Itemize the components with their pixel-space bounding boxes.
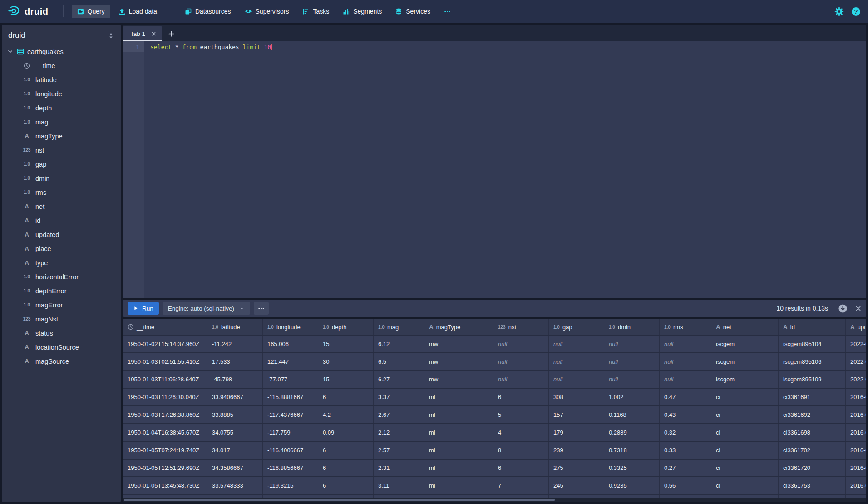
table-cell[interactable]: 2016-0 [846, 442, 866, 459]
results-header-nst[interactable]: 123nst [493, 319, 549, 335]
nav-item-datasources[interactable]: Datasources [179, 5, 237, 18]
results-header-longitude[interactable]: 1.0longitude [263, 319, 318, 335]
table-cell[interactable]: ci3361753 [779, 477, 846, 494]
sidebar-column-locationsource[interactable]: AlocationSource [2, 340, 121, 354]
table-cell[interactable]: 30 [318, 353, 374, 370]
table-cell[interactable]: 2016-0 [846, 477, 866, 494]
table-cell[interactable]: mw [424, 353, 493, 370]
help-icon[interactable]: ? [851, 7, 861, 16]
table-cell[interactable]: mw [424, 371, 493, 388]
nav-item-services[interactable]: Services [390, 5, 436, 18]
table-cell[interactable]: 2.57 [374, 442, 424, 459]
nav-item-supervisors[interactable]: Supervisors [239, 5, 295, 18]
table-cell[interactable]: ml [424, 460, 493, 476]
table-cell[interactable]: 0.9235 [604, 477, 660, 494]
table-cell[interactable]: 0.47 [660, 389, 711, 405]
table-cell[interactable]: 34.0755 [207, 424, 263, 441]
settings-gear-icon[interactable] [834, 7, 844, 16]
table-cell[interactable]: 2.31 [374, 460, 424, 476]
table-cell[interactable]: -117.4376667 [263, 406, 318, 423]
table-cell[interactable]: 2022-0 [846, 336, 866, 352]
table-cell[interactable]: 6 [318, 442, 374, 459]
table-cell[interactable]: 1950-01-05T12:51:29.690Z [123, 460, 207, 476]
table-cell[interactable]: iscgem [711, 353, 779, 370]
engine-select[interactable]: Engine: auto (sql-native) [163, 302, 250, 315]
table-cell[interactable]: 17.533 [207, 353, 263, 370]
table-cell[interactable]: 0.7318 [604, 442, 660, 459]
table-cell[interactable]: 2022-0 [846, 371, 866, 388]
table-cell[interactable]: 8 [493, 442, 549, 459]
add-tab-button[interactable] [162, 26, 180, 41]
table-cell[interactable]: 6.27 [374, 371, 424, 388]
table-cell[interactable]: ci [711, 406, 779, 423]
close-results-icon[interactable] [855, 305, 862, 312]
nav-item-tasks[interactable]: Tasks [297, 5, 335, 18]
sidebar-column-magnst[interactable]: 123magNst [2, 312, 121, 326]
table-cell[interactable]: 2022-0 [846, 353, 866, 370]
table-cell[interactable]: 6 [493, 389, 549, 405]
table-cell[interactable]: 2.12 [374, 424, 424, 441]
table-cell[interactable]: 0.32 [660, 424, 711, 441]
sidebar-column-deptherror[interactable]: 1.0depthError [2, 284, 121, 298]
table-cell[interactable]: ci3361691 [779, 389, 846, 405]
results-header-latitude[interactable]: 1.0latitude [207, 319, 263, 335]
table-cell[interactable]: iscgem895106 [779, 353, 846, 370]
sidebar-column-magerror[interactable]: 1.0magError [2, 298, 121, 312]
sidebar-column-type[interactable]: Atype [2, 256, 121, 270]
sidebar-column-rms[interactable]: 1.0rms [2, 185, 121, 199]
table-cell[interactable]: -11.242 [207, 336, 263, 352]
schema-selector[interactable]: druid [2, 25, 121, 44]
table-cell[interactable]: 4 [493, 424, 549, 441]
sidebar-column-gap[interactable]: 1.0gap [2, 157, 121, 171]
table-cell[interactable]: null [604, 336, 660, 352]
table-cell[interactable]: 121.447 [263, 353, 318, 370]
table-cell[interactable]: 34.017 [207, 442, 263, 459]
results-header-depth[interactable]: 1.0depth [318, 319, 374, 335]
results-header-rms[interactable]: 1.0rms [660, 319, 711, 335]
table-cell[interactable]: mw [424, 336, 493, 352]
sidebar-column-dmin[interactable]: 1.0dmin [2, 171, 121, 185]
sidebar-column-nst[interactable]: 123nst [2, 143, 121, 157]
table-cell[interactable]: 0.2889 [604, 424, 660, 441]
table-cell[interactable]: 5 [493, 406, 549, 423]
table-cell[interactable]: 33.8885 [207, 406, 263, 423]
table-cell[interactable]: 7 [493, 477, 549, 494]
nav-item-segments[interactable]: Segments [337, 5, 387, 18]
table-cell[interactable]: ci3361698 [779, 424, 846, 441]
sql-code-line[interactable]: select * from earthquakes limit 10 [144, 41, 866, 298]
table-cell[interactable]: 4.2 [318, 406, 374, 423]
sidebar-column-horizontalerror[interactable]: 1.0horizontalError [2, 270, 121, 284]
sidebar-column-id[interactable]: Aid [2, 213, 121, 227]
table-cell[interactable]: ci [711, 442, 779, 459]
results-header-magtype[interactable]: AmagType [424, 319, 493, 335]
table-cell[interactable]: null [549, 371, 604, 388]
table-cell[interactable]: 0.27 [660, 460, 711, 476]
table-cell[interactable]: 165.006 [263, 336, 318, 352]
sidebar-column--time[interactable]: __time [2, 59, 121, 73]
results-header--time[interactable]: __time [123, 319, 207, 335]
results-header-dmin[interactable]: 1.0dmin [604, 319, 660, 335]
download-icon[interactable] [838, 304, 848, 313]
table-cell[interactable]: null [604, 371, 660, 388]
query-more-button[interactable] [254, 302, 269, 315]
table-cell[interactable]: 6 [318, 460, 374, 476]
table-cell[interactable]: ci [711, 389, 779, 405]
table-cell[interactable]: ml [424, 406, 493, 423]
results-header-updated[interactable]: Aupdated [846, 319, 866, 335]
table-cell[interactable]: 0.56 [660, 477, 711, 494]
table-cell[interactable]: null [493, 353, 549, 370]
nav-item-more[interactable] [439, 5, 456, 18]
table-cell[interactable]: 1950-01-03T11:06:28.640Z [123, 371, 207, 388]
run-button[interactable]: Run [128, 302, 159, 315]
table-cell[interactable]: ci [711, 424, 779, 441]
table-cell[interactable]: null [660, 353, 711, 370]
table-cell[interactable]: 6.12 [374, 336, 424, 352]
table-cell[interactable]: ml [424, 389, 493, 405]
table-cell[interactable]: null [604, 353, 660, 370]
table-cell[interactable]: ci3361702 [779, 442, 846, 459]
table-cell[interactable]: -119.3215 [263, 477, 318, 494]
table-cell[interactable]: 2016-0 [846, 406, 866, 423]
horizontal-scrollbar-thumb[interactable] [124, 499, 555, 501]
table-cell[interactable]: iscgem895109 [779, 371, 846, 388]
table-cell[interactable]: 1950-01-03T02:51:55.410Z [123, 353, 207, 370]
